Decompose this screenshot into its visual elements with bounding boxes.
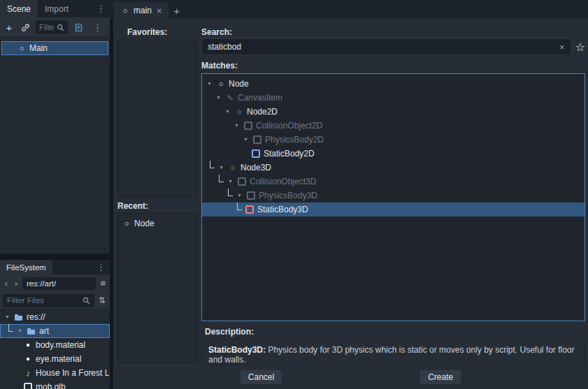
matches-item-node3d[interactable]: Node3D <box>202 161 585 175</box>
tree-item-label: StaticBody3D <box>257 205 308 214</box>
sort-files-icon[interactable] <box>97 295 107 305</box>
tree-item-label: Node <box>229 79 249 89</box>
tree-item-label: Main <box>29 43 48 53</box>
matches-item-node[interactable]: Node <box>202 77 585 91</box>
scene-dock-tabs: Scene Import <box>0 0 110 17</box>
expand-arrow-icon[interactable] <box>233 123 241 129</box>
graybox-icon <box>246 191 256 200</box>
history-forward-button[interactable] <box>13 278 20 288</box>
favorite-toggle-icon[interactable] <box>575 41 585 54</box>
filesystem-item-art[interactable]: art <box>0 324 110 338</box>
filesystem-item-mob-glb[interactable]: mob.glb <box>0 380 110 389</box>
tree-guide-line <box>236 203 242 216</box>
create-node-dialog: Favorites: Recent: Node Search: staticbo… <box>113 19 588 389</box>
tree-item-label: CollisionObject2D <box>256 121 322 131</box>
attach-script-button[interactable] <box>73 22 84 33</box>
search-icon <box>57 24 64 31</box>
matches-item-physicsbody3d[interactable]: PhysicsBody3D <box>202 189 585 203</box>
expand-arrow-icon[interactable] <box>215 95 222 101</box>
add-node-button[interactable] <box>3 22 15 33</box>
node2d-icon <box>234 107 244 117</box>
scene-filter-input[interactable]: Filter <box>36 20 68 34</box>
node-icon <box>216 79 226 89</box>
matches-item-physicsbody2d[interactable]: PhysicsBody2D <box>202 133 585 147</box>
filter-files-input[interactable]: Filter Files <box>3 294 94 307</box>
instance-scene-button[interactable] <box>20 22 31 33</box>
material-icon <box>23 354 33 364</box>
search-input[interactable]: staticbod <box>201 38 571 55</box>
tree-item-label: art <box>39 326 49 336</box>
tab-import[interactable]: Import <box>38 0 76 17</box>
filesystem-item-body-material[interactable]: body.material <box>0 338 110 352</box>
recent-item-node[interactable]: Node <box>118 216 196 230</box>
tree-item-label: res:// <box>27 312 45 322</box>
favorites-list[interactable] <box>117 40 197 197</box>
scene-tab-label: main <box>134 6 152 15</box>
tree-item-label: CanvasItem <box>238 93 282 103</box>
tree-item-label: mob.glb <box>36 382 66 389</box>
folder-icon <box>27 326 36 336</box>
close-tab-icon[interactable] <box>157 6 162 16</box>
expand-arrow-icon[interactable] <box>242 137 250 142</box>
filesystem-menu-icon[interactable] <box>92 260 110 274</box>
create-button[interactable]: Create <box>420 369 461 385</box>
node-icon <box>17 43 27 53</box>
scene-toolbar-menu-icon[interactable] <box>89 22 106 33</box>
cancel-button[interactable]: Cancel <box>240 369 282 385</box>
tab-scene[interactable]: Scene <box>0 0 38 17</box>
matches-item-collisionobject3d[interactable]: CollisionObject3D <box>202 175 585 189</box>
scene-tab-bar: main <box>110 0 588 19</box>
expand-arrow-icon[interactable] <box>236 193 243 198</box>
expand-arrow-icon[interactable] <box>206 81 213 87</box>
tree-item-label: StaticBody2D <box>264 149 315 159</box>
expand-arrow-icon[interactable] <box>3 314 11 320</box>
filesystem-tree: res://artbody.materialeye.materialHouse … <box>0 309 110 389</box>
toggle-split-mode-icon[interactable] <box>99 278 107 288</box>
search-icon <box>83 297 90 304</box>
tree-item-label: CollisionObject3D <box>250 177 316 186</box>
node3d-icon <box>228 163 238 173</box>
tree-item-label: PhysicsBody3D <box>259 191 317 200</box>
tree-guide-line <box>227 189 233 203</box>
tree-guide-line <box>217 175 224 189</box>
scene-tree: Main <box>0 38 110 254</box>
matches-item-node2d[interactable]: Node2D <box>202 105 585 119</box>
material-icon <box>23 340 33 350</box>
filesystem-item-eye-material[interactable]: eye.material <box>0 352 110 366</box>
history-back-button[interactable] <box>3 278 10 288</box>
canvasitem-icon <box>225 93 235 103</box>
tree-item-label: Node <box>134 219 155 228</box>
filesystem-header: FileSystem <box>0 260 110 274</box>
favorites-label: Favorites: <box>127 27 167 37</box>
current-path[interactable]: res://art/ <box>22 277 96 290</box>
matches-item-canvasitem[interactable]: CanvasItem <box>202 91 585 105</box>
meshbox-icon <box>23 382 33 389</box>
search-value: staticbod <box>208 42 559 52</box>
matches-item-collisionobject2d[interactable]: CollisionObject2D <box>202 119 585 133</box>
matches-item-staticbody2d[interactable]: StaticBody2D <box>202 147 585 161</box>
recent-list[interactable]: Node <box>117 213 197 363</box>
script-icon <box>74 23 83 32</box>
new-scene-tab-button[interactable] <box>168 2 185 19</box>
scene-tree-item-main[interactable]: Main <box>1 41 108 55</box>
scene-dock-menu-icon[interactable] <box>92 0 110 17</box>
scene-toolbar: Filter <box>0 17 110 38</box>
link-icon <box>21 23 30 32</box>
recent-label: Recent: <box>117 201 148 211</box>
tab-filesystem[interactable]: FileSystem <box>0 260 52 274</box>
expand-arrow-icon[interactable] <box>224 109 231 115</box>
scene-tab-main[interactable]: main <box>114 2 168 19</box>
staticbody3d-icon <box>245 205 254 214</box>
expand-arrow-icon[interactable] <box>217 165 225 170</box>
tree-item-label: House In a Forest Lo <box>36 368 110 378</box>
filesystem-item-house-in-a-forest-lo[interactable]: House In a Forest Lo <box>0 366 110 380</box>
matches-item-staticbody3d[interactable]: StaticBody3D <box>202 203 585 216</box>
clear-search-icon[interactable] <box>559 42 565 52</box>
matches-label: Matches: <box>201 61 238 71</box>
matches-tree[interactable]: NodeCanvasItemNode2DCollisionObject2DPhy… <box>201 73 585 321</box>
description-panel: StaticBody3D: Physics body for 3D physic… <box>201 339 585 365</box>
filesystem-item-res[interactable]: res:// <box>0 310 110 324</box>
expand-arrow-icon[interactable] <box>16 328 24 334</box>
expand-arrow-icon[interactable] <box>227 179 234 184</box>
search-label: Search: <box>201 27 232 37</box>
